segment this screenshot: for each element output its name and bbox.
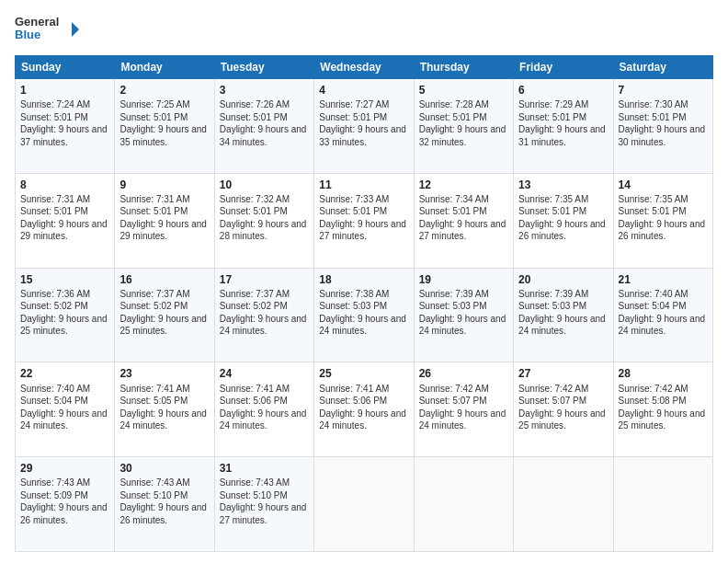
day-number: 31 — [220, 461, 309, 476]
day-number: 14 — [619, 178, 708, 192]
day-number: 17 — [220, 272, 309, 287]
calendar-cell-31: 31Sunrise: 7:43 AMSunset: 5:10 PMDayligh… — [214, 457, 313, 552]
calendar-cell-6: 6Sunrise: 7:29 AMSunset: 5:01 PMDaylight… — [514, 79, 613, 174]
day-number: 20 — [518, 272, 608, 287]
calendar-cell-29: 29Sunrise: 7:43 AMSunset: 5:09 PMDayligh… — [16, 457, 115, 552]
calendar-cell-30: 30Sunrise: 7:43 AMSunset: 5:10 PMDayligh… — [115, 457, 214, 552]
day-number: 28 — [619, 366, 708, 381]
calendar-cell-13: 13Sunrise: 7:35 AMSunset: 5:01 PMDayligh… — [514, 173, 613, 268]
day-number: 21 — [619, 272, 708, 287]
logo-svg: General Blue — [15, 11, 79, 48]
day-number: 18 — [319, 272, 408, 287]
day-number: 2 — [119, 83, 209, 98]
calendar-cell-10: 10Sunrise: 7:32 AMSunset: 5:01 PMDayligh… — [214, 173, 313, 268]
day-number: 1 — [20, 83, 109, 98]
calendar-cell-27: 27Sunrise: 7:42 AMSunset: 5:07 PMDayligh… — [514, 362, 613, 457]
day-number: 11 — [319, 178, 408, 192]
calendar-cell-9: 9Sunrise: 7:31 AMSunset: 5:01 PMDaylight… — [115, 173, 214, 268]
day-number: 16 — [119, 272, 209, 287]
calendar-cell-empty — [314, 457, 414, 552]
day-number: 6 — [518, 83, 608, 98]
header: General Blue — [15, 11, 713, 48]
day-header-saturday: Saturday — [613, 56, 712, 79]
day-number: 8 — [20, 178, 109, 192]
calendar-cell-15: 15Sunrise: 7:36 AMSunset: 5:02 PMDayligh… — [16, 268, 115, 362]
calendar-cell-empty — [414, 457, 513, 552]
calendar-cell-23: 23Sunrise: 7:41 AMSunset: 5:05 PMDayligh… — [115, 362, 214, 457]
day-number: 12 — [419, 178, 508, 192]
day-header-wednesday: Wednesday — [314, 56, 414, 79]
calendar-cell-16: 16Sunrise: 7:37 AMSunset: 5:02 PMDayligh… — [115, 268, 214, 362]
day-header-thursday: Thursday — [414, 56, 513, 79]
calendar-cell-25: 25Sunrise: 7:41 AMSunset: 5:06 PMDayligh… — [314, 362, 414, 457]
day-number: 15 — [20, 272, 109, 287]
day-number: 19 — [419, 272, 508, 287]
day-number: 5 — [419, 83, 508, 98]
day-number: 10 — [220, 178, 309, 192]
calendar-cell-21: 21Sunrise: 7:40 AMSunset: 5:04 PMDayligh… — [613, 268, 712, 362]
day-number: 22 — [20, 366, 109, 381]
calendar-cell-22: 22Sunrise: 7:40 AMSunset: 5:04 PMDayligh… — [16, 362, 115, 457]
calendar-cell-11: 11Sunrise: 7:33 AMSunset: 5:01 PMDayligh… — [314, 173, 414, 268]
day-number: 4 — [319, 83, 408, 98]
svg-text:Blue: Blue — [15, 28, 40, 41]
day-number: 13 — [518, 178, 608, 192]
calendar-week-5: 29Sunrise: 7:43 AMSunset: 5:09 PMDayligh… — [16, 457, 713, 552]
day-header-monday: Monday — [115, 56, 214, 79]
page: General Blue SundayMondayTuesdayWednesda… — [0, 0, 728, 563]
calendar-cell-12: 12Sunrise: 7:34 AMSunset: 5:01 PMDayligh… — [414, 173, 513, 268]
calendar-week-1: 1Sunrise: 7:24 AMSunset: 5:01 PMDaylight… — [16, 79, 713, 174]
day-number: 27 — [518, 366, 608, 381]
svg-marker-2 — [72, 22, 79, 37]
day-number: 9 — [119, 178, 209, 192]
calendar-cell-empty — [514, 457, 613, 552]
day-number: 24 — [220, 366, 309, 381]
calendar-header-row: SundayMondayTuesdayWednesdayThursdayFrid… — [16, 56, 713, 79]
day-header-sunday: Sunday — [16, 56, 115, 79]
calendar-cell-4: 4Sunrise: 7:27 AMSunset: 5:01 PMDaylight… — [314, 79, 414, 174]
day-number: 30 — [119, 461, 209, 476]
calendar-table: SundayMondayTuesdayWednesdayThursdayFrid… — [15, 55, 713, 552]
calendar-week-3: 15Sunrise: 7:36 AMSunset: 5:02 PMDayligh… — [16, 268, 713, 362]
calendar-cell-3: 3Sunrise: 7:26 AMSunset: 5:01 PMDaylight… — [214, 79, 313, 174]
calendar-week-4: 22Sunrise: 7:40 AMSunset: 5:04 PMDayligh… — [16, 362, 713, 457]
day-header-tuesday: Tuesday — [214, 56, 313, 79]
calendar-cell-19: 19Sunrise: 7:39 AMSunset: 5:03 PMDayligh… — [414, 268, 513, 362]
calendar-cell-18: 18Sunrise: 7:38 AMSunset: 5:03 PMDayligh… — [314, 268, 414, 362]
calendar-cell-5: 5Sunrise: 7:28 AMSunset: 5:01 PMDaylight… — [414, 79, 513, 174]
calendar-cell-24: 24Sunrise: 7:41 AMSunset: 5:06 PMDayligh… — [214, 362, 313, 457]
calendar-cell-17: 17Sunrise: 7:37 AMSunset: 5:02 PMDayligh… — [214, 268, 313, 362]
calendar-week-2: 8Sunrise: 7:31 AMSunset: 5:01 PMDaylight… — [16, 173, 713, 268]
calendar-cell-empty — [613, 457, 712, 552]
day-number: 25 — [319, 366, 408, 381]
day-number: 7 — [619, 83, 708, 98]
day-number: 3 — [220, 83, 309, 98]
calendar-cell-8: 8Sunrise: 7:31 AMSunset: 5:01 PMDaylight… — [16, 173, 115, 268]
calendar-cell-14: 14Sunrise: 7:35 AMSunset: 5:01 PMDayligh… — [613, 173, 712, 268]
calendar-cell-2: 2Sunrise: 7:25 AMSunset: 5:01 PMDaylight… — [115, 79, 214, 174]
day-header-friday: Friday — [514, 56, 613, 79]
day-number: 26 — [419, 366, 508, 381]
svg-text:General: General — [15, 15, 59, 29]
logo: General Blue — [15, 11, 79, 48]
calendar-cell-20: 20Sunrise: 7:39 AMSunset: 5:03 PMDayligh… — [514, 268, 613, 362]
calendar-cell-26: 26Sunrise: 7:42 AMSunset: 5:07 PMDayligh… — [414, 362, 513, 457]
day-number: 29 — [20, 461, 109, 476]
calendar-cell-28: 28Sunrise: 7:42 AMSunset: 5:08 PMDayligh… — [613, 362, 712, 457]
day-number: 23 — [119, 366, 209, 381]
calendar-cell-1: 1Sunrise: 7:24 AMSunset: 5:01 PMDaylight… — [16, 79, 115, 174]
calendar-cell-7: 7Sunrise: 7:30 AMSunset: 5:01 PMDaylight… — [613, 79, 712, 174]
